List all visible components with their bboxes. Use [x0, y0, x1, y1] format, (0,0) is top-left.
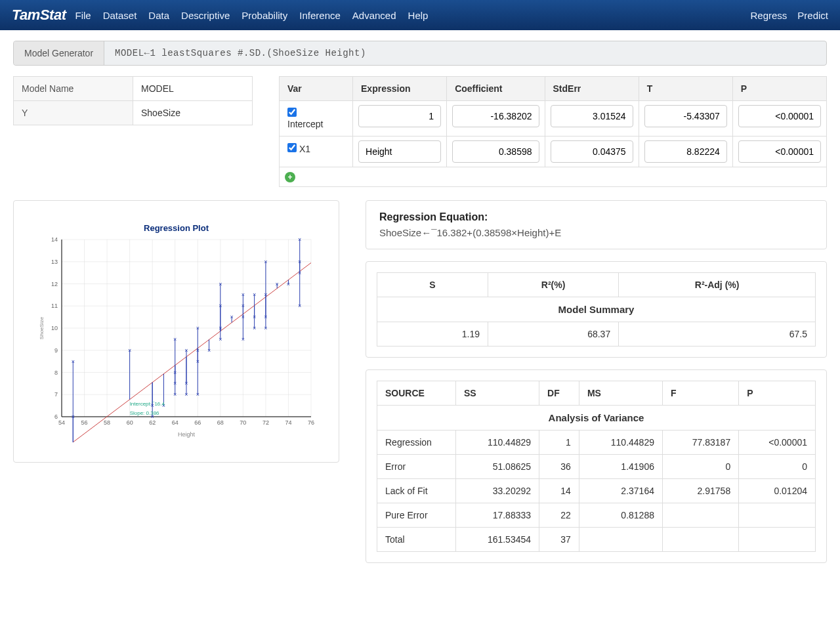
- menu-inference[interactable]: Inference: [299, 10, 341, 21]
- th-se: StdErr: [545, 77, 639, 101]
- menu-dataset[interactable]: Dataset: [103, 10, 137, 21]
- summary-h-s: S: [377, 273, 488, 297]
- svg-text:×: ×: [71, 358, 74, 365]
- main-menu: File Dataset Data Descriptive Probabilit…: [75, 10, 428, 21]
- regression-plot: 54565860626466687072747667891011121314××…: [35, 233, 318, 443]
- summary-h-r2adj: R²-Adj (%): [619, 273, 816, 297]
- svg-text:×: ×: [128, 347, 131, 354]
- intercept-label: Intercept: [287, 119, 323, 129]
- anova-h-source: SOURCE: [377, 381, 456, 406]
- svg-text:×: ×: [184, 391, 188, 398]
- svg-text:×: ×: [230, 314, 233, 320]
- svg-text:×: ×: [253, 314, 256, 320]
- menu-probability[interactable]: Probability: [242, 10, 287, 21]
- anova-row: Pure Error17.88333220.81288: [377, 503, 816, 528]
- x1-t[interactable]: [644, 140, 727, 163]
- x1-p[interactable]: [738, 140, 821, 163]
- intercept-t[interactable]: [644, 105, 727, 127]
- svg-text:6: 6: [54, 413, 57, 420]
- x1-label: X1: [299, 144, 310, 154]
- svg-text:54: 54: [58, 419, 64, 426]
- x1-checkbox[interactable]: [287, 143, 297, 152]
- intercept-se[interactable]: [551, 105, 633, 127]
- svg-text:10: 10: [51, 325, 57, 331]
- coef-row-x1: X1: [280, 136, 827, 167]
- svg-text:×: ×: [196, 358, 199, 365]
- equation-text: ShoeSize←¯16.382+(0.38598×Height)+E: [379, 227, 813, 238]
- svg-text:×: ×: [264, 325, 267, 331]
- svg-text:×: ×: [173, 391, 177, 398]
- summary-r2: 68.37: [488, 322, 619, 346]
- svg-text:56: 56: [81, 419, 87, 426]
- model-name-value[interactable]: MODEL: [133, 77, 253, 101]
- svg-text:14: 14: [51, 236, 57, 243]
- svg-text:×: ×: [298, 303, 301, 309]
- th-p: P: [732, 77, 826, 101]
- svg-text:60: 60: [126, 419, 133, 426]
- svg-text:66: 66: [194, 419, 201, 426]
- anova-h-df: DF: [539, 381, 579, 406]
- svg-text:×: ×: [196, 391, 199, 398]
- btn-regress[interactable]: Regress: [750, 10, 787, 21]
- svg-text:×: ×: [173, 336, 177, 343]
- svg-text:8: 8: [54, 369, 57, 376]
- anova-row: Error51.08625361.4190600: [377, 455, 816, 479]
- intercept-expr[interactable]: [358, 105, 441, 127]
- svg-text:×: ×: [264, 314, 267, 320]
- anova-h-ms: MS: [579, 381, 662, 406]
- command-bar: Model Generator MODEL←1 leastSquares #.S…: [13, 41, 827, 66]
- svg-text:11: 11: [51, 303, 57, 309]
- svg-text:62: 62: [149, 419, 156, 426]
- add-icon[interactable]: +: [285, 172, 295, 182]
- brand-logo: TamStat: [12, 7, 66, 24]
- model-name-label: Model Name: [14, 77, 133, 101]
- anova-row: Total161.5345437: [377, 528, 816, 552]
- y-value[interactable]: ShoeSize: [133, 101, 253, 125]
- intercept-coef[interactable]: [452, 105, 539, 127]
- menu-advanced[interactable]: Advanced: [352, 10, 396, 21]
- coef-row-intercept: Intercept: [280, 101, 827, 136]
- svg-text:×: ×: [253, 325, 256, 331]
- svg-text:×: ×: [219, 281, 222, 287]
- btn-predict[interactable]: Predict: [797, 10, 828, 21]
- intercept-p[interactable]: [738, 105, 821, 127]
- intercept-checkbox[interactable]: [287, 108, 297, 117]
- anova-title: Analysis of Variance: [377, 406, 816, 430]
- menu-descriptive[interactable]: Descriptive: [181, 10, 230, 21]
- svg-text:12: 12: [51, 281, 57, 287]
- svg-text:Slope: 0.386: Slope: 0.386: [129, 410, 159, 416]
- add-variable-row: +: [280, 167, 827, 187]
- svg-text:×: ×: [173, 369, 177, 376]
- regression-plot-card: Regression Plot 545658606264666870727476…: [13, 200, 339, 463]
- th-expr: Expression: [353, 77, 447, 101]
- coefficients-panel: Var Expression Coefficient StdErr T P In…: [279, 76, 827, 187]
- menu-file[interactable]: File: [75, 10, 91, 21]
- summary-s: 1.19: [377, 322, 488, 346]
- svg-text:9: 9: [54, 347, 57, 354]
- x1-expr[interactable]: [358, 140, 441, 163]
- y-label: Y: [14, 101, 133, 125]
- svg-text:×: ×: [207, 347, 210, 354]
- cmdbar-command: MODEL←1 leastSquares #.SD.(ShoeSize Heig…: [104, 41, 377, 65]
- svg-text:×: ×: [253, 291, 256, 298]
- svg-text:×: ×: [184, 347, 188, 354]
- svg-text:×: ×: [219, 336, 222, 343]
- svg-text:68: 68: [217, 419, 223, 426]
- th-coef: Coefficient: [447, 77, 545, 101]
- svg-line-44: [73, 262, 311, 442]
- menu-data[interactable]: Data: [148, 10, 169, 21]
- equation-card: Regression Equation: ShoeSize←¯16.382+(0…: [366, 200, 827, 249]
- svg-text:×: ×: [298, 236, 301, 243]
- summary-r2adj: 67.5: [619, 322, 816, 346]
- cmdbar-label: Model Generator: [14, 41, 104, 65]
- svg-text:ShoeSize: ShoeSize: [39, 316, 45, 339]
- svg-text:72: 72: [262, 419, 268, 426]
- svg-text:×: ×: [184, 380, 188, 387]
- svg-text:×: ×: [286, 281, 289, 287]
- navbar: TamStat File Dataset Data Descriptive Pr…: [0, 0, 840, 30]
- x1-coef[interactable]: [452, 140, 539, 163]
- x1-se[interactable]: [551, 140, 633, 163]
- menu-help[interactable]: Help: [408, 10, 429, 21]
- anova-h-p: P: [739, 381, 816, 406]
- svg-text:×: ×: [196, 325, 199, 331]
